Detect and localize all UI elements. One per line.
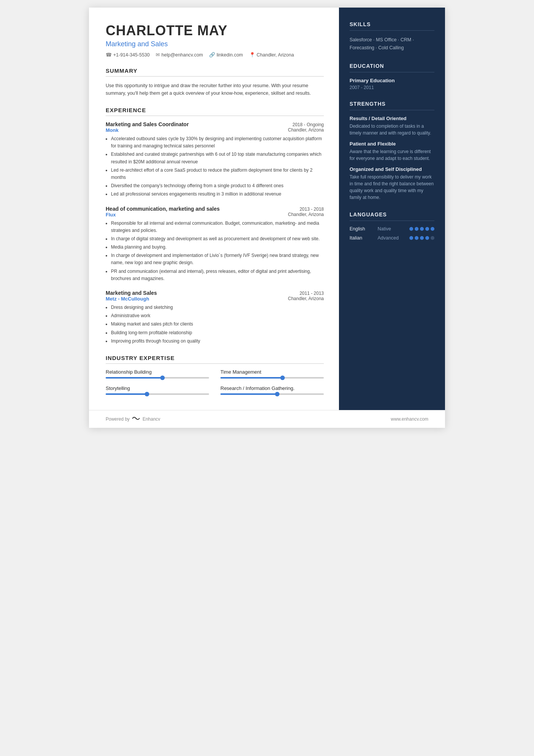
email-contact: ✉ help@enhancv.com bbox=[156, 52, 203, 58]
strength-title-2: Organized and Self Disciplined bbox=[350, 166, 434, 172]
expertise-knob-1 bbox=[280, 376, 285, 380]
bullet-2-2: In charge of digital strategy and develo… bbox=[111, 235, 324, 243]
exp-bullets-2: Responsible for all internal and externa… bbox=[106, 220, 324, 283]
strength-item-2: Organized and Self Disciplined Take full… bbox=[350, 166, 434, 201]
exp-location-3: Chandler, Arizona bbox=[288, 296, 324, 302]
strength-desc-2: Take full responsibility to deliver my w… bbox=[350, 174, 434, 201]
industry-expertise-title: INDUSTRY EXPERTISE bbox=[106, 355, 324, 364]
languages-title: LANGUAGES bbox=[350, 211, 434, 221]
footer-website: www.enhancv.com bbox=[391, 416, 428, 422]
exp-dates-3: 2011 - 2013 bbox=[300, 291, 324, 296]
expertise-label-2: Storytelling bbox=[106, 385, 209, 391]
lang-level-1: Advanced bbox=[378, 235, 404, 241]
summary-text: Use this opportunity to intrigue and dra… bbox=[106, 82, 324, 97]
languages-section: LANGUAGES English Native Italian bbox=[350, 211, 434, 241]
bullet-3-1: Dress designing and sketching bbox=[111, 304, 324, 311]
exp-title-1: Marketing and Sales Coordinator bbox=[106, 121, 189, 127]
bullet-2-5: PR and communication (external and inter… bbox=[111, 268, 324, 282]
phone-value: +1-914-345-5530 bbox=[113, 52, 150, 58]
dot-1-3 bbox=[425, 236, 429, 240]
website-value: linkedin.com bbox=[217, 52, 243, 58]
exp-entry-2: Head of communication, marketing and sal… bbox=[106, 206, 324, 283]
dot-1-1 bbox=[415, 236, 418, 240]
expertise-item-1: Time Management bbox=[220, 369, 324, 379]
expertise-knob-2 bbox=[145, 392, 149, 396]
expertise-label-0: Relationship Building bbox=[106, 369, 209, 375]
brand-name: Enhancv bbox=[142, 416, 160, 422]
exp-dates-1: 2018 - Ongoing bbox=[292, 122, 324, 127]
lang-name-1: Italian bbox=[350, 235, 372, 241]
email-icon: ✉ bbox=[156, 52, 160, 58]
education-degree: Primary Education bbox=[350, 78, 434, 83]
header-section: CHARLOTTE MAY Marketing and Sales ☎ +1-9… bbox=[106, 23, 324, 58]
lang-dots-1 bbox=[409, 236, 434, 240]
bullet-1-4: Diversified the company's technology off… bbox=[111, 182, 324, 189]
strength-title-1: Patient and Flexible bbox=[350, 141, 434, 147]
exp-entry-1: Marketing and Sales Coordinator 2018 - O… bbox=[106, 121, 324, 198]
expertise-knob-0 bbox=[160, 376, 165, 380]
strength-desc-0: Dedicated to completion of tasks in a ti… bbox=[350, 123, 434, 136]
bullet-2-1: Responsible for all internal and externa… bbox=[111, 220, 324, 234]
dot-0-4 bbox=[431, 227, 434, 231]
dot-1-4 bbox=[431, 236, 434, 240]
lang-row-0: English Native bbox=[350, 226, 434, 232]
skills-section: SKILLS Salesforce · MS Office · CRM · Fo… bbox=[350, 21, 434, 52]
location-value: Chandler, Arizona bbox=[257, 52, 294, 58]
expertise-label-1: Time Management bbox=[220, 369, 324, 375]
expertise-bar-bg-2 bbox=[106, 393, 209, 395]
skills-text: Salesforce · MS Office · CRM · Forecasti… bbox=[350, 36, 434, 52]
expertise-label-3: Research / Information Gathering. bbox=[220, 385, 324, 391]
expertise-bar-fill-2 bbox=[106, 393, 147, 395]
summary-section: SUMMARY Use this opportunity to intrigue… bbox=[106, 67, 324, 97]
exp-bullets-1: Accelerated outbound sales cycle by 330%… bbox=[106, 135, 324, 198]
expertise-item-3: Research / Information Gathering. bbox=[220, 385, 324, 395]
footer: Powered by Enhancv www.enhancv.com bbox=[89, 410, 445, 428]
experience-section: EXPERIENCE Marketing and Sales Coordinat… bbox=[106, 107, 324, 345]
expertise-bar-fill-0 bbox=[106, 377, 162, 379]
contact-row: ☎ +1-914-345-5530 ✉ help@enhancv.com 🔗 l… bbox=[106, 52, 324, 58]
powered-by-text: Powered by bbox=[106, 416, 130, 422]
lang-row-1: Italian Advanced bbox=[350, 235, 434, 241]
strength-desc-1: Aware that the learning curve is differe… bbox=[350, 148, 434, 162]
bullet-3-2: Administrative work bbox=[111, 312, 324, 319]
strength-item-1: Patient and Flexible Aware that the lear… bbox=[350, 141, 434, 162]
dot-0-0 bbox=[409, 227, 413, 231]
exp-location-1: Chandler, Arizona bbox=[288, 127, 324, 133]
enhancv-icon bbox=[132, 416, 140, 423]
email-value: help@enhancv.com bbox=[161, 52, 203, 58]
strength-item-0: Results / Detail Oriented Dedicated to c… bbox=[350, 116, 434, 136]
education-title: EDUCATION bbox=[350, 63, 434, 72]
exp-company-1: Monk bbox=[106, 127, 119, 133]
skills-title: SKILLS bbox=[350, 21, 434, 31]
industry-expertise-section: INDUSTRY EXPERTISE Relationship Building… bbox=[106, 355, 324, 395]
lang-dots-0 bbox=[409, 227, 434, 231]
bullet-3-5: Improving profits through focusing on qu… bbox=[111, 338, 324, 345]
bullet-1-1: Accelerated outbound sales cycle by 330%… bbox=[111, 135, 324, 150]
exp-company-2: Flux bbox=[106, 212, 116, 218]
bullet-3-3: Making market and sales pitch for client… bbox=[111, 321, 324, 328]
dot-0-2 bbox=[420, 227, 424, 231]
right-column: SKILLS Salesforce · MS Office · CRM · Fo… bbox=[339, 8, 445, 410]
expertise-item-2: Storytelling bbox=[106, 385, 209, 395]
expertise-bar-fill-1 bbox=[220, 377, 283, 379]
lang-name-0: English bbox=[350, 226, 372, 232]
expertise-grid: Relationship Building Time Management bbox=[106, 369, 324, 395]
bullet-2-3: Media planning and buying. bbox=[111, 244, 324, 251]
expertise-bar-bg-0 bbox=[106, 377, 209, 379]
job-title: Marketing and Sales bbox=[106, 40, 324, 48]
education-section: EDUCATION Primary Education 2007 - 2011 bbox=[350, 63, 434, 90]
experience-title: EXPERIENCE bbox=[106, 107, 324, 116]
exp-company-3: Metz - McCullough bbox=[106, 296, 149, 302]
exp-bullets-3: Dress designing and sketching Administra… bbox=[106, 304, 324, 345]
candidate-name: CHARLOTTE MAY bbox=[106, 23, 324, 39]
exp-entry-3: Marketing and Sales 2011 - 2013 Metz - M… bbox=[106, 290, 324, 345]
bullet-3-4: Building long-term profitable relationsh… bbox=[111, 329, 324, 337]
dot-0-1 bbox=[415, 227, 418, 231]
exp-title-3: Marketing and Sales bbox=[106, 290, 157, 296]
strength-title-0: Results / Detail Oriented bbox=[350, 116, 434, 121]
bullet-1-3: Led re-architect effort of a core SaaS p… bbox=[111, 167, 324, 181]
footer-logo: Powered by Enhancv bbox=[106, 416, 160, 423]
dot-0-3 bbox=[425, 227, 429, 231]
summary-title: SUMMARY bbox=[106, 67, 324, 77]
bullet-1-5: Led all professional services engagement… bbox=[111, 191, 324, 198]
